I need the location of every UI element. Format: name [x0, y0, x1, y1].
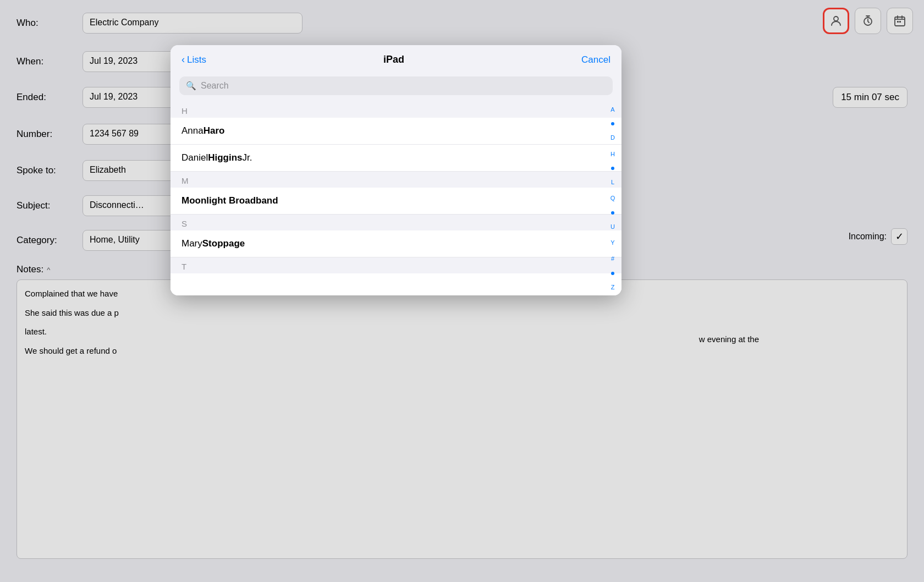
contact-mary-stoppage[interactable]: Mary Stoppage: [170, 230, 622, 257]
contact-first-daniel: Daniel: [182, 152, 208, 163]
section-header-m: M: [170, 172, 622, 188]
popup-title: iPad: [383, 54, 404, 65]
main-form: Who: Electric Company When: Jul 19, 2023…: [0, 0, 924, 582]
search-icon: 🔍: [186, 81, 196, 91]
search-container: 🔍 Search: [170, 72, 622, 102]
chevron-left-icon: ‹: [182, 54, 185, 65]
popup-header: ‹ Lists iPad Cancel: [170, 45, 622, 72]
contact-list: H Anna Haro Daniel Higgins Jr. M Moonlig…: [170, 102, 622, 295]
contact-moonlight-broadband[interactable]: Moonlight Broadband: [170, 188, 622, 215]
search-placeholder: Search: [201, 81, 229, 91]
section-header-s: S: [170, 215, 622, 230]
contact-last-haro: Haro: [204, 125, 225, 136]
contact-last-stoppage: Stoppage: [202, 238, 245, 249]
search-bar: 🔍 Search: [179, 76, 613, 95]
section-header-t: T: [170, 257, 622, 273]
contact-daniel-higgins[interactable]: Daniel Higgins Jr.: [170, 145, 622, 172]
contact-first-mary: Mary: [182, 238, 202, 249]
contact-picker: ‹ Lists iPad Cancel 🔍 Search H Anna Haro…: [170, 45, 622, 295]
contact-name-moonlight: Moonlight Broadband: [182, 195, 278, 206]
contact-first-anna: Anna: [182, 125, 204, 136]
section-t-empty: [170, 273, 622, 295]
back-button[interactable]: ‹ Lists: [182, 54, 206, 65]
back-label: Lists: [187, 54, 206, 65]
contact-anna-haro[interactable]: Anna Haro: [170, 118, 622, 145]
contact-last-higgins: Higgins: [208, 152, 242, 163]
section-header-h: H: [170, 102, 622, 118]
cancel-button[interactable]: Cancel: [581, 54, 610, 65]
contact-suffix-jr: Jr.: [243, 152, 252, 163]
